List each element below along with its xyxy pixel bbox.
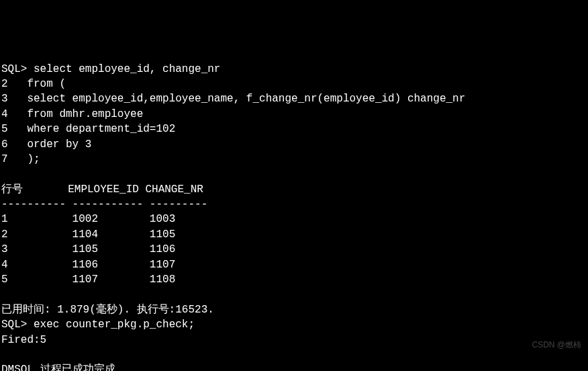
- fired-output: Fired:5: [1, 334, 46, 346]
- query-line-2: 2 from (: [1, 78, 66, 90]
- success-message: DMSQL 过程已成功完成: [1, 364, 115, 371]
- table-divider: ---------- ----------- ---------: [1, 198, 207, 210]
- query-line-4: 4 from dmhr.employee: [1, 108, 143, 120]
- query-line-7: 7 );: [1, 153, 40, 165]
- table-row: 4 1106 1107: [1, 259, 175, 271]
- query-line-1: select employee_id, change_nr: [34, 63, 220, 75]
- exec-command: exec counter_pkg.p_check;: [34, 319, 195, 331]
- query-line-6: 6 order by 3: [1, 138, 91, 151]
- timing-info: 已用时间: 1.879(毫秒). 执行号:16523.: [1, 304, 214, 316]
- watermark: CSDN @燃柿: [532, 339, 581, 351]
- table-row: 3 1105 1106: [1, 243, 175, 255]
- table-row: 1 1002 1003: [1, 213, 175, 225]
- query-line-5: 5 where department_id=102: [1, 123, 175, 135]
- table-header: 行号 EMPLOYEE_ID CHANGE_NR: [1, 183, 203, 196]
- terminal-output: SQL> select employee_id, change_nr 2 fro…: [1, 62, 587, 371]
- sql-prompt: SQL>: [1, 63, 34, 75]
- table-row: 5 1107 1108: [1, 274, 175, 286]
- sql-prompt: SQL>: [1, 319, 34, 331]
- query-line-3: 3 select employee_id,employee_name, f_ch…: [1, 93, 465, 105]
- table-row: 2 1104 1105: [1, 229, 175, 241]
